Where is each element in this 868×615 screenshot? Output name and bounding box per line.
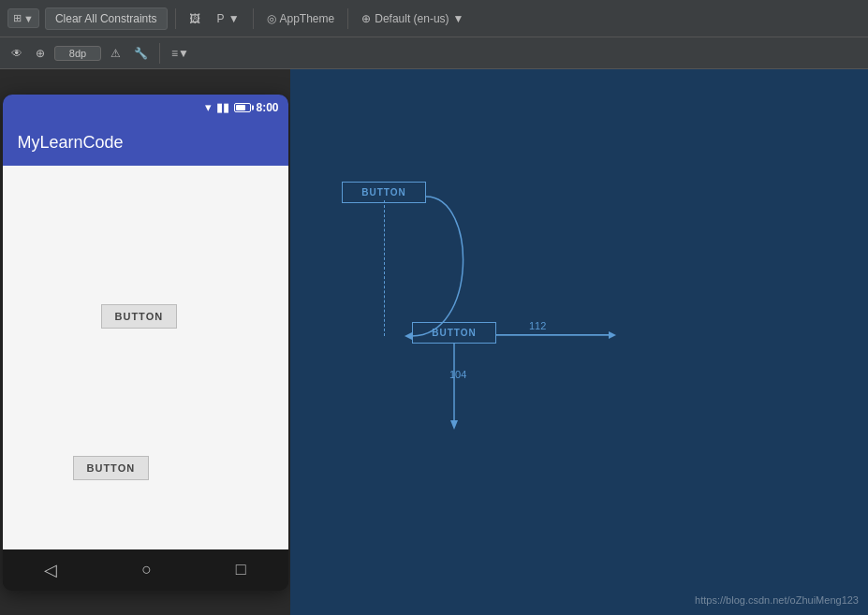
p-label: P [217,12,225,25]
blueprint-panel: BUTTON BUTTON 112 104 https://blog.csdn.… [290,69,868,615]
blueprint-button-2[interactable]: BUTTON [412,322,496,344]
locale-label: Default (en-us) [375,12,449,25]
phone-mockup: ▾ ▮▮ 8:00 MyLearnCode BUTTON BUTTON ◁ ○ … [3,95,288,591]
separator-2 [253,8,254,29]
home-icon[interactable]: ○ [141,560,152,579]
separator-3 [347,8,348,29]
status-time: 8:00 [256,101,278,114]
eye-icon: 👁 [11,47,22,60]
dim-label-112: 112 [529,320,546,331]
dropdown-arrow: ▼ [23,13,34,24]
layout-dropdown[interactable]: ⊞ ▼ [7,8,39,28]
warning-button[interactable]: ⚠ [107,45,125,62]
phone-content: BUTTON BUTTON [3,166,288,549]
phone-button-2[interactable]: BUTTON [73,456,150,480]
locale-icon: ⊕ [361,12,371,25]
align-button[interactable]: ≡ ▼ [168,45,193,62]
arrow-right [496,334,609,335]
phone-nav-bar: ◁ ○ □ [3,549,288,591]
tool-button[interactable]: 🔧 [130,45,152,62]
signal-icon: ▮▮ [216,100,229,114]
app-title: MyLearnCode [18,133,124,153]
magnet-icon: ⊕ [36,47,45,60]
tool-icon: 🔧 [134,47,148,60]
svg-marker-1 [609,331,616,339]
main-content: ▾ ▮▮ 8:00 MyLearnCode BUTTON BUTTON ◁ ○ … [0,69,868,615]
layout-icon: ⊞ [13,12,22,24]
align-icon: ≡ [171,47,178,60]
phone-status-bar: ▾ ▮▮ 8:00 [3,95,288,121]
toolbar-secondary: 👁 ⊕ ⚠ 🔧 ≡ ▼ [0,37,868,69]
wifi-icon: ▾ [205,100,212,114]
design-panel: ▾ ▮▮ 8:00 MyLearnCode BUTTON BUTTON ◁ ○ … [0,69,290,615]
separator-1 [175,8,176,29]
dashed-constraint-line [384,200,385,336]
align-arrow: ▼ [178,47,189,60]
svg-marker-3 [450,420,458,430]
img-icon: 🖼 [189,12,200,25]
toolbar-top: ⊞ ▼ Clear All Constraints 🖼 P ▼ ◎ AppThe… [0,0,868,37]
theme-icon: ◎ [267,12,276,25]
p-dropdown: ▼ [228,12,240,25]
p-button[interactable]: P ▼ [212,9,245,28]
phone-button-1[interactable]: BUTTON [101,304,178,329]
theme-button[interactable]: ◎ AppTheme [261,9,341,28]
svg-marker-0 [405,332,412,340]
watermark: https://blog.csdn.net/oZhuiMeng123 [695,594,859,606]
dp-input[interactable] [54,46,101,61]
tb2-sep [159,43,160,64]
dim-label-104: 104 [449,369,466,380]
battery-icon [234,103,251,112]
recents-icon[interactable]: □ [236,560,246,579]
warning-icon: ⚠ [110,47,121,60]
locale-arrow: ▼ [453,12,464,25]
theme-label: AppTheme [280,12,335,25]
back-icon[interactable]: ◁ [44,560,57,580]
clear-all-constraints-button[interactable]: Clear All Constraints [45,7,168,30]
constraint-svg [290,69,868,615]
eye-button[interactable]: 👁 [7,45,26,62]
phone-appbar: MyLearnCode [3,121,288,166]
image-icon-btn[interactable]: 🖼 [184,9,206,28]
magnet-button[interactable]: ⊕ [32,45,49,62]
locale-button[interactable]: ⊕ Default (en-us) ▼ [356,9,469,28]
